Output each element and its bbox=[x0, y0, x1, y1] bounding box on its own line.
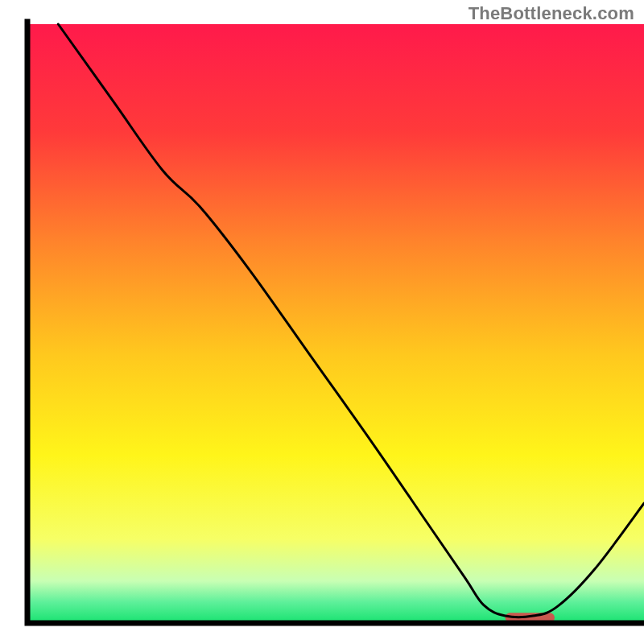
chart-container: TheBottleneck.com bbox=[0, 0, 644, 644]
watermark: TheBottleneck.com bbox=[469, 3, 634, 24]
chart-svg bbox=[0, 0, 644, 644]
plot-background bbox=[27, 24, 644, 623]
